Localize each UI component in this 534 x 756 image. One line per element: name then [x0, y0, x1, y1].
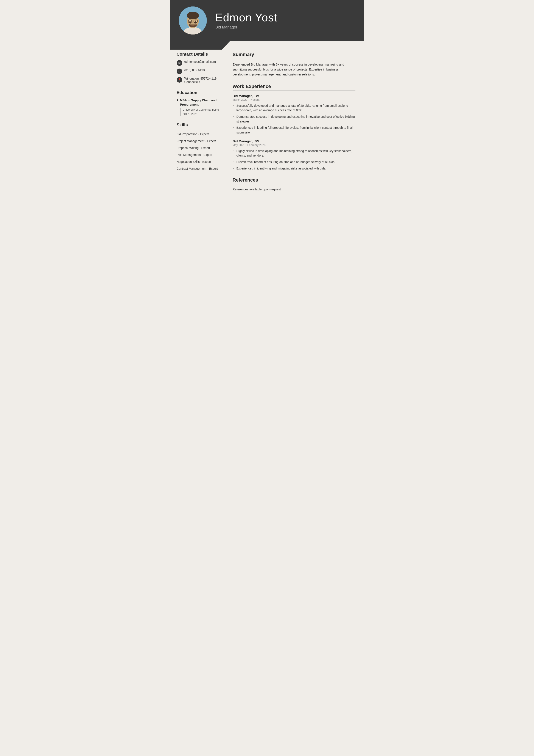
phone-icon: 📞 [177, 68, 182, 74]
bullet-dot [177, 99, 178, 101]
university-name: University of California, Irvine [183, 108, 222, 112]
chevron-decoration [170, 40, 231, 50]
location-icon: 📍 [177, 77, 182, 83]
education-section-title: Education [177, 90, 222, 95]
candidate-name: Edmon Yost [216, 12, 277, 24]
skill-item: Risk Management - Expert [177, 151, 222, 158]
main-content: Summary Experienced Bid Manager with 6+ … [228, 52, 364, 206]
work-experience-title: Work Experience [233, 84, 355, 91]
references-section-title: References [233, 177, 355, 184]
contact-address-item: 📍 Winonaton, 85272-4119, Connecticut [177, 77, 222, 84]
job-bullet: Successfully developed and managed a tot… [233, 103, 355, 113]
svg-point-6 [187, 12, 199, 19]
contact-phone-item: 📞 (316) 852 6193 [177, 68, 222, 74]
contact-section-title: Contact Details [177, 52, 222, 57]
job-bullet: Highly skilled in developing and maintai… [233, 149, 355, 158]
references-text: References available upon request [233, 188, 355, 191]
resume-container: Edmon Yost Bid Manager Contact Details ✉… [170, 0, 364, 259]
job-bullet: Proven track record of ensuring on-time … [233, 160, 355, 165]
job-date-2: May 2021 - February 2023 [233, 143, 355, 147]
skill-item: Contract Management - Expert [177, 165, 222, 172]
skills-section-title: Skills [177, 122, 222, 127]
job-entry-2: Bid Manager, IBM May 2021 - February 202… [233, 139, 355, 171]
header-name-block: Edmon Yost Bid Manager [216, 12, 277, 30]
svg-point-12 [189, 20, 191, 22]
education-item: MBA in Supply Chain and Procurement Univ… [177, 98, 222, 116]
summary-text: Experienced Bid Manager with 6+ years of… [233, 62, 355, 77]
education-university-block: University of California, Irvine 2017 - … [180, 108, 222, 116]
candidate-title: Bid Manager [216, 25, 277, 30]
skill-item: Negotiation Skills - Expert [177, 158, 222, 165]
job-date-1: March 2023 - Present [233, 98, 355, 101]
job-bullets-1: Successfully developed and managed a tot… [233, 103, 355, 135]
email-icon: ✉ [177, 60, 182, 66]
work-experience-section: Work Experience Bid Manager, IBM March 2… [233, 84, 355, 171]
summary-section-title: Summary [233, 52, 355, 59]
contact-email-item: ✉ edmonyost@gmail.com [177, 60, 222, 66]
job-bullet: Experienced in leading full proposal lif… [233, 125, 355, 135]
resume-header: Edmon Yost Bid Manager [170, 0, 364, 41]
skill-item: Proposal Writing - Expert [177, 145, 222, 151]
education-degree: MBA in Supply Chain and Procurement [177, 98, 222, 107]
summary-section: Summary Experienced Bid Manager with 6+ … [233, 52, 355, 77]
education-years: 2017 - 2021 [183, 112, 222, 116]
phone-text: (316) 852 6193 [184, 68, 205, 72]
contact-section: Contact Details ✉ edmonyost@gmail.com 📞 … [177, 52, 222, 84]
job-entry-1: Bid Manager, IBM March 2023 - Present Su… [233, 94, 355, 135]
job-bullet: Demonstrated success in developing and e… [233, 115, 355, 124]
body-layout: Contact Details ✉ edmonyost@gmail.com 📞 … [170, 41, 364, 206]
svg-point-17 [189, 24, 197, 27]
job-bullets-2: Highly skilled in developing and maintai… [233, 149, 355, 171]
svg-point-13 [195, 20, 196, 22]
skill-item: Project Management - Expert [177, 138, 222, 145]
skills-section: Skills Bid Preparation - Expert Project … [177, 122, 222, 172]
references-section: References References available upon req… [233, 177, 355, 191]
education-section: Education MBA in Supply Chain and Procur… [177, 90, 222, 116]
svg-marker-19 [170, 40, 231, 50]
address-text: Winonaton, 85272-4119, Connecticut [184, 77, 217, 84]
skill-item: Bid Preparation - Expert [177, 131, 222, 138]
job-bullet: Experienced in identifying and mitigatin… [233, 166, 355, 171]
job-title-1: Bid Manager, IBM [233, 94, 355, 98]
job-title-2: Bid Manager, IBM [233, 139, 355, 143]
email-link[interactable]: edmonyost@gmail.com [184, 60, 216, 64]
avatar [179, 7, 207, 35]
sidebar: Contact Details ✉ edmonyost@gmail.com 📞 … [170, 52, 228, 206]
